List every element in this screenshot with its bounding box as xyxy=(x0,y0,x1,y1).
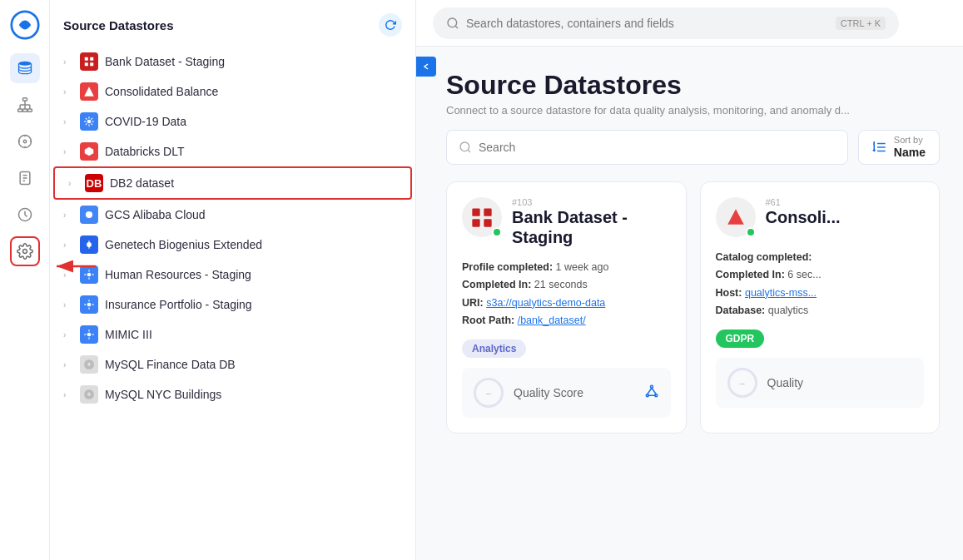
card-detail-completed-c: Completed In: 6 sec... xyxy=(716,266,925,284)
content-area: Source Datastores Connect to a source da… xyxy=(416,47,963,560)
svg-point-49 xyxy=(87,303,92,307)
svg-rect-67 xyxy=(472,209,479,216)
datastore-search-box[interactable] xyxy=(446,130,848,165)
chevron-icon: › xyxy=(63,330,73,339)
nav-compass[interactable] xyxy=(10,126,40,156)
tree-item-db2[interactable]: › DB DB2 dataset xyxy=(53,166,412,200)
svg-point-44 xyxy=(87,273,92,277)
search-icon xyxy=(459,141,472,154)
chevron-icon: › xyxy=(63,240,73,250)
svg-point-1 xyxy=(18,62,31,66)
card-detail-profile: Profile completed: 1 week ago xyxy=(462,259,671,276)
tree-item-label: Databricks DLT xyxy=(105,145,184,158)
svg-line-37 xyxy=(86,123,87,125)
tree-sidebar: Source Datastores › Bank Dataset - Stagi… xyxy=(50,0,416,560)
tree-item-label: Human Resources - Staging xyxy=(105,268,251,281)
tree-item-bank[interactable]: › Bank Dataset - Staging xyxy=(50,47,415,77)
tree-item-label: Genetech Biogenius Extended xyxy=(105,238,262,251)
nav-hierarchy[interactable] xyxy=(10,90,40,120)
quality-section-bank: – Quality Score xyxy=(462,368,671,418)
page-title-section: Source Datastores Connect to a source da… xyxy=(446,70,940,116)
status-dot-bank xyxy=(492,227,502,237)
page-subtitle: Connect to a source datastore for data q… xyxy=(446,104,940,116)
tree-item-label: MySQL Finance Data DB xyxy=(105,358,236,371)
svg-rect-27 xyxy=(85,62,88,66)
card-detail-root: Root Path: /bank_dataset/ xyxy=(462,312,671,330)
card-name-bank: Bank Dataset - Staging xyxy=(512,207,671,247)
svg-rect-3 xyxy=(17,109,22,112)
human-icon xyxy=(80,265,98,284)
tree-item-genetech[interactable]: › Genetech Biogenius Extended xyxy=(50,230,415,260)
card-id-bank: #103 xyxy=(512,197,671,207)
card-name-consolidated: Consoli... xyxy=(766,207,925,227)
nav-database[interactable] xyxy=(10,53,40,83)
card-tag-bank: Analytics xyxy=(462,339,526,358)
card-meta-consolidated: #61 Consoli... xyxy=(766,197,925,227)
chevron-icon: › xyxy=(63,211,73,220)
tree-item-mimic[interactable]: › MIMIC III xyxy=(50,320,415,349)
mimic-icon xyxy=(80,325,98,344)
chevron-icon: › xyxy=(63,270,73,280)
tree-item-gcs[interactable]: › GCS Alibaba Cloud xyxy=(50,200,415,230)
tree-item-human[interactable]: › Human Resources - Staging xyxy=(50,260,415,290)
card-detail-uri: URI: s3a://qualytics-demo-data xyxy=(462,295,671,312)
db2-icon: DB xyxy=(85,174,103,192)
quality-label-consolidated: Quality xyxy=(767,376,913,389)
card-details-bank: Profile completed: 1 week ago Completed … xyxy=(462,259,671,330)
page-title: Source Datastores xyxy=(446,70,940,101)
nav-tasks[interactable] xyxy=(10,163,40,193)
global-search-input[interactable] xyxy=(466,17,829,30)
refresh-button[interactable] xyxy=(379,13,402,37)
tree-item-label: Bank Dataset - Staging xyxy=(105,55,225,68)
main-content: CTRL + K Source Datastores Connect to a … xyxy=(416,0,963,560)
tree-item-label: MySQL NYC Buildings xyxy=(105,388,221,401)
svg-point-11 xyxy=(18,136,31,148)
tree-item-databricks[interactable]: › Databricks DLT xyxy=(50,136,415,166)
status-dot-consolidated xyxy=(746,227,756,237)
nav-settings[interactable] xyxy=(10,236,40,266)
quality-circle-bank: – xyxy=(474,378,504,408)
tree-item-label: DB2 dataset xyxy=(110,176,174,190)
tree-item-label: MIMIC III xyxy=(105,328,152,341)
chevron-icon: › xyxy=(63,117,73,126)
card-icon-wrap xyxy=(462,197,502,237)
svg-point-12 xyxy=(23,140,26,142)
global-search-bar[interactable]: CTRL + K xyxy=(433,7,899,39)
quality-network-icon[interactable] xyxy=(644,384,659,402)
tree-item-mysql-nyc[interactable]: › MySQL NYC Buildings xyxy=(50,379,415,409)
panel-toggle-button[interactable] xyxy=(416,57,436,77)
bank-icon xyxy=(80,52,98,71)
card-id-consolidated: #61 xyxy=(766,197,925,207)
chevron-icon: › xyxy=(63,300,73,310)
card-tag-consolidated: GDPR xyxy=(716,330,765,348)
svg-point-30 xyxy=(87,120,92,124)
sort-by-value: Name xyxy=(894,146,926,160)
insurance-icon xyxy=(80,295,98,314)
svg-point-59 xyxy=(448,18,457,27)
svg-rect-4 xyxy=(22,109,27,112)
tree-item-consolidated[interactable]: › Consolidated Balance xyxy=(50,77,415,107)
card-bank[interactable]: #103 Bank Dataset - Staging Profile comp… xyxy=(446,181,687,434)
tree-item-mysql-finance[interactable]: › MySQL Finance Data DB xyxy=(50,349,415,379)
svg-rect-25 xyxy=(85,57,88,61)
icon-sidebar xyxy=(0,0,50,560)
svg-rect-5 xyxy=(27,109,32,112)
card-detail-database: Database: qualytics xyxy=(716,302,925,320)
datastore-search-input[interactable] xyxy=(479,141,836,154)
svg-point-54 xyxy=(87,333,92,337)
card-header-bank: #103 Bank Dataset - Staging xyxy=(462,197,671,247)
tree-item-covid[interactable]: › COVID-19 Data xyxy=(50,107,415,136)
tree-item-insurance[interactable]: › Insurance Portfolio - Staging xyxy=(50,290,415,320)
nav-history[interactable] xyxy=(10,200,40,230)
tree-sidebar-header: Source Datastores xyxy=(50,0,415,43)
svg-point-41 xyxy=(87,242,92,247)
card-consolidated[interactable]: #61 Consoli... Catalog completed: Comple… xyxy=(700,181,941,434)
quality-circle-consolidated: – xyxy=(727,368,757,398)
sort-button[interactable]: Sort by Name xyxy=(858,130,940,165)
svg-line-38 xyxy=(91,118,92,120)
tree-list: › Bank Dataset - Staging › Consolidated … xyxy=(50,43,415,560)
app-logo[interactable] xyxy=(10,10,40,40)
card-header-consolidated: #61 Consoli... xyxy=(716,197,925,237)
svg-line-60 xyxy=(455,26,458,28)
tree-item-label: COVID-19 Data xyxy=(105,115,186,128)
